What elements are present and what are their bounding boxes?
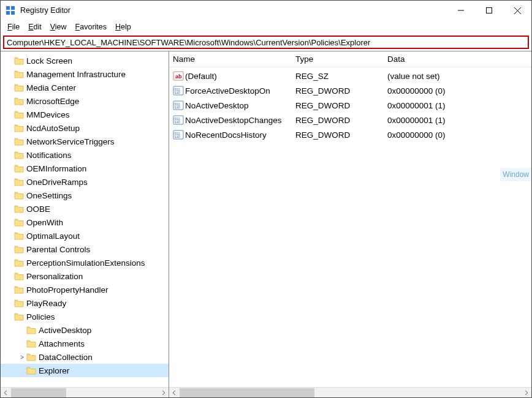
window-title: Registry Editor	[20, 6, 447, 15]
maximize-button[interactable]	[475, 1, 503, 20]
tree-item[interactable]: PhotoPropertyHandler	[1, 283, 169, 296]
folder-icon	[14, 70, 24, 78]
tree-item[interactable]: Policies	[1, 310, 169, 323]
folder-icon	[26, 326, 36, 334]
svg-rect-3	[11, 11, 15, 15]
folder-icon	[26, 366, 36, 375]
tree-item-label: OptimalLayout	[26, 231, 80, 241]
chevron-right-icon	[18, 367, 26, 374]
tree-item[interactable]: Parental Controls	[1, 242, 169, 256]
value-type: REG_SZ	[295, 72, 387, 81]
scroll-track[interactable]	[180, 388, 521, 398]
tree-body[interactable]: Lock ScreenManagement InfrastructureMedi…	[1, 51, 169, 387]
tree-item-label: Management Infrastructure	[26, 70, 126, 79]
folder-icon	[14, 191, 24, 200]
tree-item[interactable]: Explorer	[1, 364, 169, 377]
tree-item-label: Attachments	[39, 339, 85, 348]
menu-file[interactable]: File	[3, 21, 24, 32]
folder-icon	[14, 110, 24, 119]
tree-item[interactable]: Media Center	[1, 81, 169, 94]
svg-rect-1	[11, 6, 15, 10]
folder-icon	[14, 272, 24, 280]
folder-icon	[14, 164, 24, 173]
value-data: (value not set)	[387, 72, 531, 81]
value-name: NoRecentDocsHistory	[185, 130, 295, 140]
tree-item[interactable]: OneDriveRamps	[1, 175, 169, 189]
svg-rect-2	[6, 11, 10, 15]
svg-text:ab: ab	[175, 73, 182, 80]
tree-item-label: Policies	[26, 312, 55, 321]
menu-favorites[interactable]: Favorites	[71, 21, 111, 32]
addressbar-container: Computer\HKEY_LOCAL_MACHINE\SOFTWARE\Mic…	[1, 34, 531, 51]
folder-icon	[14, 151, 24, 159]
value-row[interactable]: 011110NoRecentDocsHistoryREG_DWORD0x0000…	[169, 127, 531, 142]
value-row[interactable]: ab(Default)REG_SZ(value not set)	[169, 69, 531, 83]
folder-icon	[14, 124, 24, 132]
tree-item[interactable]: OOBE	[1, 202, 169, 216]
scroll-right-icon[interactable]	[521, 388, 531, 398]
value-data: 0x00000000 (0)	[387, 130, 531, 140]
tree-item-label: PerceptionSimulationExtensions	[26, 258, 145, 268]
tree-item-label: PhotoPropertyHandler	[26, 285, 108, 295]
scroll-thumb[interactable]	[11, 388, 66, 397]
tree-item[interactable]: PlayReady	[1, 296, 169, 310]
scroll-thumb[interactable]	[180, 388, 314, 397]
column-data[interactable]: Data	[387, 54, 531, 64]
window-controls	[447, 1, 531, 20]
tree-item[interactable]: OpenWith	[1, 216, 169, 229]
app-icon	[6, 6, 15, 15]
scroll-right-icon[interactable]	[158, 388, 169, 398]
value-row[interactable]: 011110NoActiveDesktopChangesREG_DWORD0x0…	[169, 113, 531, 127]
reg-dword-icon: 011110	[173, 115, 184, 126]
tree-item-label: OneDriveRamps	[26, 178, 88, 187]
addressbar[interactable]: Computer\HKEY_LOCAL_MACHINE\SOFTWARE\Mic…	[3, 36, 529, 49]
column-type[interactable]: Type	[295, 54, 387, 64]
close-button[interactable]	[503, 1, 531, 20]
tree-item[interactable]: NetworkServiceTriggers	[1, 135, 169, 148]
tree-item[interactable]: Lock Screen	[1, 54, 169, 67]
tree-item[interactable]: ActiveDesktop	[1, 323, 169, 337]
column-name[interactable]: Name	[173, 54, 295, 64]
tree-hscrollbar[interactable]	[1, 387, 169, 397]
svg-text:110: 110	[175, 105, 180, 109]
values-header[interactable]: Name Type Data	[169, 51, 531, 67]
tree-item[interactable]: Personalization	[1, 269, 169, 283]
tree-item-label: MMDevices	[26, 110, 70, 119]
chevron-right-icon[interactable]: >	[18, 354, 26, 361]
value-row[interactable]: 011110ForceActiveDesktopOnREG_DWORD0x000…	[169, 83, 531, 98]
folder-icon	[26, 339, 36, 348]
tree-item[interactable]: OEMInformation	[1, 162, 169, 175]
chevron-right-icon	[18, 340, 26, 347]
tree-item-label: PlayReady	[26, 299, 66, 308]
folder-icon	[14, 218, 24, 227]
reg-dword-icon: 011110	[173, 100, 184, 111]
tree-item[interactable]: OptimalLayout	[1, 229, 169, 242]
value-row[interactable]: 011110NoActiveDesktopREG_DWORD0x00000001…	[169, 98, 531, 113]
values-hscrollbar[interactable]	[169, 387, 531, 397]
minimize-button[interactable]	[447, 1, 475, 20]
value-type: REG_DWORD	[295, 86, 387, 96]
tree-item[interactable]: Management Infrastructure	[1, 67, 169, 81]
menu-edit[interactable]: Edit	[24, 21, 46, 32]
tree-item[interactable]: NcdAutoSetup	[1, 121, 169, 135]
tree-item[interactable]: Notifications	[1, 148, 169, 162]
scroll-left-icon[interactable]	[1, 388, 11, 398]
value-data: 0x00000001 (1)	[387, 101, 531, 110]
scroll-track[interactable]	[11, 388, 158, 398]
tree-item[interactable]: >DataCollection	[1, 350, 169, 364]
tree-item[interactable]: MMDevices	[1, 108, 169, 121]
values-body[interactable]: ab(Default)REG_SZ(value not set)011110Fo…	[169, 67, 531, 387]
tree-item[interactable]: Attachments	[1, 337, 169, 350]
menu-view[interactable]: View	[46, 21, 71, 32]
svg-rect-0	[6, 6, 10, 10]
value-data: 0x00000000 (0)	[387, 86, 531, 96]
tree-item-label: NetworkServiceTriggers	[26, 137, 115, 146]
svg-text:110: 110	[175, 135, 180, 138]
value-name: NoActiveDesktopChanges	[185, 116, 295, 125]
scroll-left-icon[interactable]	[169, 388, 180, 398]
tree-item[interactable]: OneSettings	[1, 189, 169, 202]
menu-help[interactable]: Help	[111, 21, 135, 32]
tree-item[interactable]: MicrosoftEdge	[1, 94, 169, 108]
tree-item[interactable]: PerceptionSimulationExtensions	[1, 256, 169, 269]
folder-icon	[14, 178, 24, 186]
